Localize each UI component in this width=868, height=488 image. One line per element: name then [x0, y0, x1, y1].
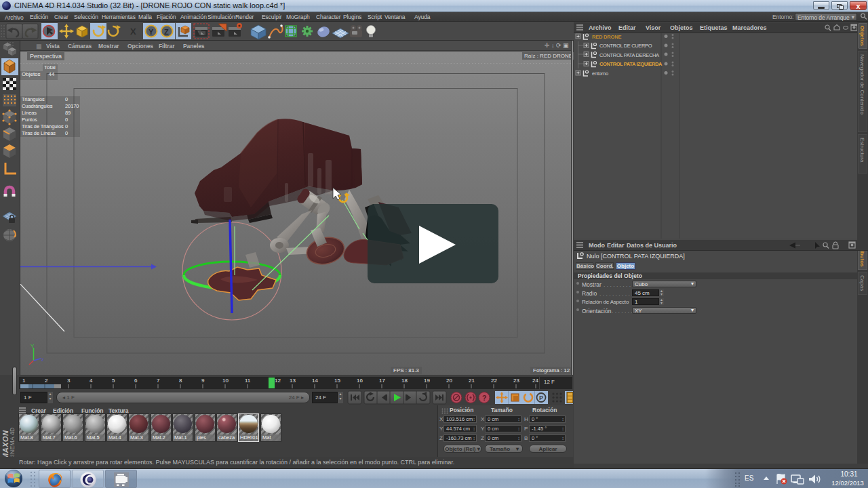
svg-text:Z: Z [164, 28, 169, 36]
svg-text:RED DRONE: RED DRONE [592, 34, 621, 40]
svg-text:Y: Y [31, 343, 35, 349]
svg-text:24: 24 [532, 378, 538, 384]
svg-text:18: 18 [401, 378, 408, 384]
svg-text:z: z [41, 357, 44, 362]
svg-text:CONTROL PATA IZQUIERDA: CONTROL PATA IZQUIERDA [599, 61, 663, 67]
svg-text:?: ? [482, 394, 486, 402]
svg-text:X: X [130, 26, 136, 37]
svg-text:21: 21 [469, 378, 475, 384]
svg-text:4: 4 [90, 378, 93, 384]
svg-text:17: 17 [379, 378, 385, 384]
svg-text:1: 1 [22, 378, 26, 384]
svg-text:P: P [539, 394, 543, 401]
svg-text:CINEMA 4D: CINEMA 4D [9, 427, 16, 460]
svg-text:7: 7 [157, 378, 160, 384]
svg-text:19: 19 [424, 378, 430, 384]
svg-text:2: 2 [45, 378, 48, 384]
svg-text:15: 15 [334, 378, 340, 384]
svg-text:10: 10 [222, 378, 229, 384]
svg-text:9: 9 [201, 378, 205, 384]
svg-text:CONTROL PATA DERECHA: CONTROL PATA DERECHA [599, 52, 659, 58]
svg-text:entorno: entorno [592, 70, 608, 77]
svg-text:5: 5 [112, 378, 115, 384]
svg-text:20: 20 [446, 378, 452, 384]
svg-text:CONTROL DE CUERPO: CONTROL DE CUERPO [599, 43, 652, 49]
svg-text:16: 16 [357, 378, 363, 384]
svg-text:22: 22 [491, 378, 497, 384]
svg-text:3: 3 [67, 378, 71, 384]
svg-text:8: 8 [179, 378, 182, 384]
svg-text:13: 13 [290, 378, 296, 384]
svg-text:11: 11 [245, 378, 251, 384]
svg-text:6: 6 [134, 378, 138, 384]
svg-text:Y: Y [149, 28, 154, 36]
svg-text:14: 14 [312, 378, 318, 384]
svg-text:23: 23 [513, 378, 519, 384]
svg-text:12: 12 [275, 378, 281, 384]
